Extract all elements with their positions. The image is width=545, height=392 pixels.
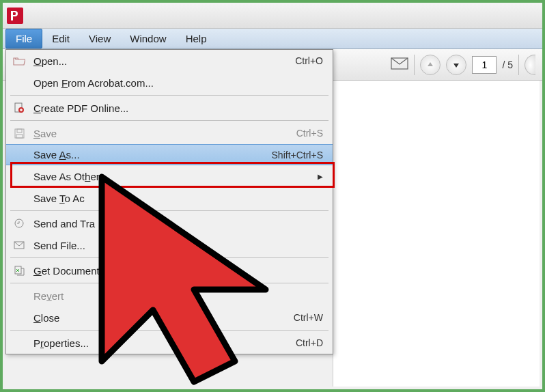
menu-send-and-track[interactable]: Send and Tra xyxy=(6,212,333,234)
menu-create-pdf-label: Create PDF Online... xyxy=(33,102,323,114)
menu-properties[interactable]: Properties... Ctrl+D xyxy=(6,332,333,354)
menu-get-docs-label: Get Documents xyxy=(33,265,323,277)
menu-save-as-other-label: Save As Other... xyxy=(33,171,313,182)
document-viewport xyxy=(333,81,540,387)
save-icon xyxy=(12,126,27,140)
menu-close[interactable]: Close Ctrl+W xyxy=(6,307,333,328)
menu-open-from-acrobat[interactable]: Open From Acrobat.com... xyxy=(6,72,333,94)
menu-open-from-label: Open From Acrobat.com... xyxy=(33,77,323,89)
menu-save: Save Ctrl+S xyxy=(6,122,333,144)
menu-edit[interactable]: Edit xyxy=(42,29,79,48)
menu-revert: Revert xyxy=(6,285,333,307)
svg-rect-4 xyxy=(17,129,22,132)
menu-close-label: Close xyxy=(33,312,294,324)
menu-save-to-acrobat[interactable]: Save To Ac xyxy=(6,187,333,209)
menu-send-track-label: Send and Tra xyxy=(33,218,323,229)
menu-save-label: Save xyxy=(33,128,296,139)
menu-revert-label: Revert xyxy=(33,290,323,302)
adobe-reader-icon xyxy=(7,8,23,24)
menu-close-shortcut: Ctrl+W xyxy=(294,312,323,323)
menu-send-file[interactable]: Send File... xyxy=(6,234,333,256)
page-down-button[interactable] xyxy=(446,55,466,75)
menu-properties-shortcut: Ctrl+D xyxy=(296,337,323,348)
page-up-button[interactable] xyxy=(420,55,441,75)
envelope-small-icon xyxy=(12,238,27,252)
send-track-icon xyxy=(12,216,27,230)
menu-save-as-shortcut: Shift+Ctrl+S xyxy=(272,150,323,160)
menu-view[interactable]: View xyxy=(79,29,120,48)
menubar: File Edit View Window Help xyxy=(3,29,542,49)
svg-rect-5 xyxy=(16,135,23,138)
menu-help[interactable]: Help xyxy=(176,29,216,48)
submenu-arrow-icon: ▶ xyxy=(318,173,323,180)
get-documents-icon xyxy=(12,264,27,277)
menu-open[interactable]: Open... Ctrl+O xyxy=(6,50,333,72)
menu-file[interactable]: File xyxy=(5,29,42,48)
menu-save-to-label: Save To Ac xyxy=(33,193,323,204)
file-menu-dropdown: Open... Ctrl+O Open From Acrobat.com... … xyxy=(5,49,333,354)
titlebar xyxy=(3,3,542,29)
toolbar-right-button[interactable] xyxy=(525,55,535,75)
menu-save-as[interactable]: Save As... Shift+Ctrl+S xyxy=(6,144,333,165)
create-pdf-icon xyxy=(12,101,27,115)
page-total-label: / 5 xyxy=(502,59,513,70)
menu-properties-label: Properties... xyxy=(33,337,296,349)
page-number-input[interactable] xyxy=(472,56,497,74)
menu-save-shortcut: Ctrl+S xyxy=(296,128,323,139)
menu-send-file-label: Send File... xyxy=(33,240,323,251)
folder-open-icon xyxy=(12,54,27,68)
menu-open-shortcut: Ctrl+O xyxy=(295,55,323,66)
menu-window[interactable]: Window xyxy=(120,29,176,48)
menu-open-label: Open... xyxy=(33,55,295,67)
menu-save-as-other[interactable]: Save As Other... ▶ xyxy=(6,165,333,187)
menu-get-documents[interactable]: Get Documents xyxy=(6,260,333,281)
menu-save-as-label: Save As... xyxy=(33,149,272,160)
envelope-icon[interactable] xyxy=(391,57,408,72)
menu-create-pdf-online[interactable]: Create PDF Online... xyxy=(6,97,333,119)
